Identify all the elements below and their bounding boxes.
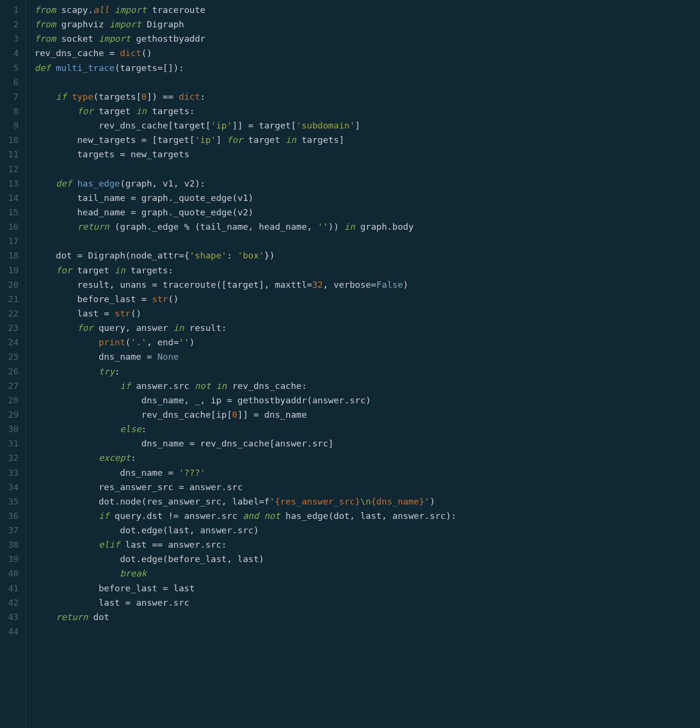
code-line[interactable]: rev_dns_cache = dict()	[35, 46, 700, 60]
line-number: 2	[4, 17, 19, 32]
code-line[interactable]: print('.', end='')	[35, 335, 700, 350]
code-line[interactable]: dns_name = None	[35, 350, 700, 364]
line-number: 40	[4, 566, 19, 581]
code-line[interactable]: for target in targets:	[35, 104, 700, 118]
line-number: 15	[4, 205, 19, 220]
line-number: 7	[4, 90, 19, 104]
code-editor[interactable]: 1234567891011121314151617181920212223242…	[0, 0, 700, 728]
line-number: 10	[4, 133, 19, 147]
code-line[interactable]: before_last = str()	[35, 292, 700, 306]
line-number: 23	[4, 321, 19, 335]
line-number: 1	[4, 3, 19, 17]
code-line[interactable]: elif last == answer.src:	[35, 538, 700, 552]
line-number: 6	[4, 75, 19, 90]
code-line[interactable]	[35, 162, 700, 176]
code-line[interactable]: break	[35, 566, 700, 581]
code-line[interactable]: for query, answer in result:	[35, 321, 700, 335]
code-line[interactable]: try:	[35, 364, 700, 379]
line-number: 27	[4, 379, 19, 393]
code-area[interactable]: from scapy.all import traceroutefrom gra…	[26, 0, 700, 728]
line-number: 35	[4, 494, 19, 509]
code-line[interactable]: return (graph._edge % (tail_name, head_n…	[35, 220, 700, 234]
code-line[interactable]: for target in targets:	[35, 263, 700, 278]
code-line[interactable]: dot.node(res_answer_src, label=f'{res_an…	[35, 494, 700, 509]
code-line[interactable]: return dot	[35, 610, 700, 624]
code-line[interactable]: before_last = last	[35, 581, 700, 596]
code-line[interactable]: result, unans = traceroute([target], max…	[35, 278, 700, 292]
code-line[interactable]: dot = Digraph(node_attr={'shape': 'box'}…	[35, 248, 700, 263]
code-line[interactable]: from scapy.all import traceroute	[35, 3, 700, 17]
line-number: 32	[4, 451, 19, 465]
code-line[interactable]: rev_dns_cache[ip[0]] = dns_name	[35, 408, 700, 422]
code-line[interactable]: def multi_trace(targets=[]):	[35, 61, 700, 75]
code-line[interactable]: rev_dns_cache[target['ip']] = target['su…	[35, 118, 700, 133]
code-line[interactable]: if query.dst != answer.src and not has_e…	[35, 509, 700, 523]
line-number: 31	[4, 436, 19, 451]
line-number: 9	[4, 118, 19, 133]
code-line[interactable]: new_targets = [target['ip'] for target i…	[35, 133, 700, 147]
line-number: 41	[4, 581, 19, 596]
code-line[interactable]: from graphviz import Digraph	[35, 17, 700, 32]
code-line[interactable]: tail_name = graph._quote_edge(v1)	[35, 191, 700, 205]
line-number: 12	[4, 162, 19, 176]
code-line[interactable]: dns_name = rev_dns_cache[answer.src]	[35, 436, 700, 451]
code-line[interactable]	[35, 75, 700, 90]
line-number: 30	[4, 422, 19, 436]
line-number: 44	[4, 624, 19, 639]
line-number: 33	[4, 466, 19, 480]
line-number: 37	[4, 523, 19, 538]
code-line[interactable]: if answer.src not in rev_dns_cache:	[35, 379, 700, 393]
line-number: 19	[4, 263, 19, 278]
line-number: 17	[4, 234, 19, 248]
line-number: 14	[4, 191, 19, 205]
code-line[interactable]: dot.edge(last, answer.src)	[35, 523, 700, 538]
line-number: 29	[4, 408, 19, 422]
line-number: 13	[4, 176, 19, 191]
code-line[interactable]: if type(targets[0]) == dict:	[35, 90, 700, 104]
code-line[interactable]: else:	[35, 422, 700, 436]
code-line[interactable]	[35, 624, 700, 639]
code-line[interactable]: except:	[35, 451, 700, 465]
code-line[interactable]: dns_name, _, ip = gethostbyaddr(answer.s…	[35, 393, 700, 408]
line-number-gutter: 1234567891011121314151617181920212223242…	[0, 0, 26, 728]
code-line[interactable]: def has_edge(graph, v1, v2):	[35, 176, 700, 191]
line-number: 26	[4, 364, 19, 379]
code-line[interactable]: head_name = graph._quote_edge(v2)	[35, 205, 700, 220]
code-line[interactable]: targets = new_targets	[35, 147, 700, 162]
line-number: 21	[4, 292, 19, 306]
code-line[interactable]: from socket import gethostbyaddr	[35, 32, 700, 46]
line-number: 3	[4, 32, 19, 46]
line-number: 11	[4, 147, 19, 162]
line-number: 4	[4, 46, 19, 60]
line-number: 43	[4, 610, 19, 624]
code-line[interactable]: dot.edge(before_last, last)	[35, 552, 700, 566]
code-line[interactable]: last = answer.src	[35, 596, 700, 610]
line-number: 28	[4, 393, 19, 408]
line-number: 18	[4, 248, 19, 263]
line-number: 20	[4, 278, 19, 292]
line-number: 24	[4, 335, 19, 350]
code-line[interactable]: res_answer_src = answer.src	[35, 480, 700, 494]
line-number: 5	[4, 61, 19, 75]
line-number: 42	[4, 596, 19, 610]
code-line[interactable]: dns_name = '???'	[35, 466, 700, 480]
line-number: 25	[4, 350, 19, 364]
line-number: 36	[4, 509, 19, 523]
line-number: 39	[4, 552, 19, 566]
line-number: 38	[4, 538, 19, 552]
code-line[interactable]	[35, 234, 700, 248]
line-number: 34	[4, 480, 19, 494]
line-number: 22	[4, 306, 19, 321]
line-number: 8	[4, 104, 19, 118]
line-number: 16	[4, 220, 19, 234]
code-line[interactable]: last = str()	[35, 306, 700, 321]
